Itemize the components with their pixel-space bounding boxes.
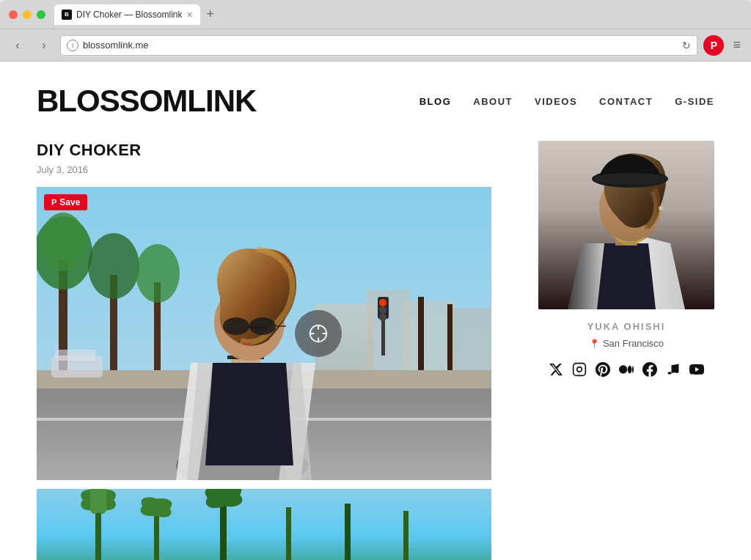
focus-overlay <box>295 310 342 357</box>
svg-point-16 <box>379 299 387 306</box>
pinterest-icon[interactable] <box>596 362 610 377</box>
author-avatar <box>538 141 714 309</box>
window-controls <box>9 10 45 19</box>
main-layout: DIY CHOKER July 3, 2016 <box>37 141 714 560</box>
svg-rect-46 <box>403 511 409 560</box>
svg-point-9 <box>41 213 85 271</box>
svg-rect-43 <box>220 500 227 560</box>
svg-point-17 <box>379 306 387 314</box>
medium-icon[interactable] <box>619 362 634 377</box>
tab-favicon: B <box>62 10 72 20</box>
author-location: 📍 San Francisco <box>538 338 714 349</box>
nav-contact[interactable]: CONTACT <box>599 96 653 107</box>
pinterest-button[interactable]: P <box>703 35 724 56</box>
refresh-button[interactable]: ↻ <box>682 40 691 51</box>
nav-videos[interactable]: VIDEOS <box>535 96 577 107</box>
minimize-button[interactable] <box>23 10 32 19</box>
post-image-svg <box>37 187 491 480</box>
svg-rect-44 <box>286 507 291 560</box>
page-content: BLOSSOMLINK BLOG ABOUT VIDEOS CONTACT G-… <box>0 62 751 560</box>
location-pin-icon: 📍 <box>589 339 600 349</box>
tab-close-button[interactable]: × <box>187 9 193 21</box>
svg-rect-42 <box>154 511 159 560</box>
svg-rect-25 <box>55 350 95 361</box>
svg-rect-3 <box>403 301 455 377</box>
forward-button[interactable]: › <box>34 35 54 56</box>
browser-toolbar: ‹ › i blossomlink.me ↻ P ≡ <box>0 29 751 62</box>
browser-window: B DIY Choker — Blossomlink × + ‹ › i blo… <box>0 0 751 560</box>
svg-rect-45 <box>345 504 351 560</box>
author-name: YUKA OHISHI <box>538 321 714 332</box>
thumbnail-svg <box>37 489 491 560</box>
social-icons-row <box>538 362 714 377</box>
svg-point-60 <box>592 173 668 185</box>
crosshair-icon <box>307 323 329 345</box>
tab-bar: B DIY Choker — Blossomlink × + <box>54 4 742 25</box>
svg-point-61 <box>659 206 663 210</box>
author-photo-svg <box>538 141 714 309</box>
new-tab-button[interactable]: + <box>200 4 221 25</box>
nav-g-side[interactable]: G-SIDE <box>675 96 714 107</box>
browser-titlebar: B DIY Choker — Blossomlink × + <box>0 0 751 29</box>
nav-blog[interactable]: BLOG <box>420 96 452 107</box>
svg-rect-62 <box>574 364 586 376</box>
nav-about[interactable]: ABOUT <box>473 96 513 107</box>
svg-point-10 <box>88 233 139 299</box>
sidebar: YUKA OHISHI 📍 San Francisco <box>538 141 714 560</box>
youtube-icon[interactable] <box>689 362 704 377</box>
close-button[interactable] <box>9 10 18 19</box>
pin-icon: P <box>51 198 56 207</box>
info-icon[interactable]: i <box>67 40 78 51</box>
music-icon[interactable] <box>666 362 681 377</box>
site-header: BLOSSOMLINK BLOG ABOUT VIDEOS CONTACT G-… <box>37 84 714 119</box>
save-label: Save <box>59 197 80 207</box>
post-area: DIY CHOKER July 3, 2016 <box>37 141 509 560</box>
facebook-icon[interactable] <box>642 362 657 377</box>
site-logo[interactable]: BLOSSOMLINK <box>37 84 256 119</box>
maximize-button[interactable] <box>37 10 45 19</box>
instagram-icon[interactable] <box>572 362 587 377</box>
svg-rect-4 <box>447 308 491 377</box>
svg-rect-12 <box>418 297 424 377</box>
active-tab[interactable]: B DIY Choker — Blossomlink × <box>54 4 200 25</box>
tab-title: DIY Choker — Blossomlink <box>76 10 183 20</box>
twitter-icon[interactable] <box>549 362 563 377</box>
address-bar[interactable]: i blossomlink.me ↻ <box>60 35 697 56</box>
svg-point-11 <box>136 244 180 303</box>
svg-point-18 <box>379 314 387 321</box>
post-main-image: P Save <box>37 187 491 480</box>
post-image-container: P Save <box>37 187 491 480</box>
pinterest-save-button[interactable]: P Save <box>44 194 87 210</box>
post-title: DIY CHOKER <box>37 141 509 160</box>
svg-rect-13 <box>447 304 453 377</box>
url-text: blossomlink.me <box>83 40 678 51</box>
site-navigation: BLOG ABOUT VIDEOS CONTACT G-SIDE <box>420 96 714 107</box>
svg-rect-33 <box>223 325 234 327</box>
post-thumbnail-image <box>37 489 491 560</box>
browser-menu-button[interactable]: ≡ <box>730 34 744 56</box>
svg-rect-32 <box>249 326 265 328</box>
svg-rect-34 <box>276 325 286 327</box>
back-button[interactable]: ‹ <box>7 35 28 56</box>
location-text: San Francisco <box>603 338 664 349</box>
post-date: July 3, 2016 <box>37 164 509 175</box>
